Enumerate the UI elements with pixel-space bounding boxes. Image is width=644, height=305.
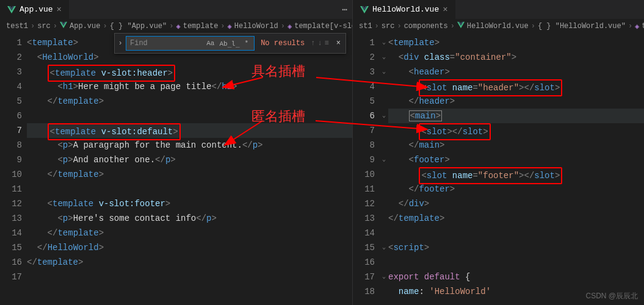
find-options: Aa Ab̲l̲ * — [204, 39, 250, 48]
code-line[interactable]: <p>A paragraph for the main content.</p> — [27, 138, 352, 152]
breadcrumb-item[interactable]: ◈template — [635, 22, 644, 31]
code-line[interactable] — [388, 226, 644, 240]
code-area[interactable]: <template> <div class="container"> <head… — [388, 33, 644, 305]
annotation-named-slot: 具名插槽 — [251, 62, 305, 81]
find-prev-icon[interactable]: ↑ — [311, 39, 315, 48]
fold-toggle[interactable]: ⌄ — [380, 35, 388, 50]
breadcrumb-item[interactable]: src — [382, 22, 395, 30]
line-number: 10 — [0, 167, 27, 182]
code-line[interactable]: <div class="container"> — [388, 50, 644, 65]
find-expand-handle[interactable]: › — [115, 39, 126, 48]
line-number: 11 — [353, 182, 380, 196]
line-number: 13 — [353, 211, 380, 226]
line-number: 2 — [0, 50, 27, 65]
regex-toggle[interactable]: * — [243, 39, 251, 48]
fold-column[interactable]: ⌄⌄⌄⌄⌄⌄⌄ — [380, 33, 388, 305]
breadcrumb-item[interactable]: ◈HelloWorld — [228, 22, 278, 31]
code-line[interactable] — [27, 182, 352, 196]
code-line[interactable]: export default { — [388, 270, 644, 284]
find-close-icon[interactable]: × — [331, 39, 346, 48]
code-line[interactable]: </template> — [27, 226, 352, 240]
code-line[interactable]: <template> — [388, 35, 644, 50]
find-placeholder: Find — [130, 39, 204, 48]
breadcrumb-item[interactable]: st1 — [359, 22, 372, 30]
breadcrumb-icon: ◈ — [288, 22, 292, 31]
breadcrumb-item[interactable]: App.vue — [60, 21, 100, 31]
code-line[interactable]: <footer> — [388, 152, 644, 167]
breadcrumb-item[interactable]: ◈template[v-slot:default] — [288, 22, 352, 31]
tab-helloworld-vue[interactable]: HelloWorld.vue × — [353, 0, 455, 19]
code-line[interactable]: </HelloWorld> — [27, 240, 352, 255]
code-line[interactable]: <script> — [388, 240, 644, 255]
breadcrumb-item[interactable]: { } "App.vue" — [110, 22, 167, 30]
code-line[interactable]: </template> — [388, 211, 644, 226]
code-area[interactable]: 具名插槽 匿名插槽 <template> <HelloWorld> <templ… — [27, 33, 352, 305]
breadcrumb-icon — [60, 21, 67, 31]
more-icon[interactable]: ⋯ — [342, 4, 347, 15]
breadcrumb-item[interactable]: components — [404, 22, 448, 30]
editor-right[interactable]: 123456789101112131415161718 ⌄⌄⌄⌄⌄⌄⌄ <tem… — [353, 33, 644, 305]
line-number: 16 — [0, 255, 27, 270]
line-number: 5 — [0, 94, 27, 109]
line-number: 2 — [353, 50, 380, 65]
fold-toggle — [380, 196, 388, 211]
line-number: 10 — [353, 167, 380, 182]
fold-toggle[interactable]: ⌄ — [380, 270, 388, 284]
fold-toggle[interactable]: ⌄ — [380, 65, 388, 79]
line-number: 12 — [353, 196, 380, 211]
find-input[interactable]: Find Aa Ab̲l̲ * — [126, 36, 255, 51]
code-line[interactable]: <header> — [388, 65, 644, 79]
code-line[interactable] — [27, 270, 352, 284]
breadcrumb-icon: ◈ — [635, 22, 639, 31]
line-gutter: 123456789101112131415161718 — [353, 33, 380, 305]
fold-toggle — [380, 138, 388, 152]
fold-toggle — [380, 211, 388, 226]
vue-icon — [360, 5, 369, 14]
code-line[interactable]: </div> — [388, 196, 644, 211]
find-widget[interactable]: › Find Aa Ab̲l̲ * No results ↑ ↓ ≡ × — [114, 33, 346, 54]
tab-close-icon[interactable]: × — [443, 5, 447, 15]
code-line[interactable]: <slot name="header"></slot> — [388, 79, 644, 94]
breadcrumb-right[interactable]: st1›src›components›HelloWorld.vue›{ } "H… — [353, 20, 644, 33]
breadcrumb-icon — [457, 21, 465, 31]
code-line[interactable]: </template> — [27, 167, 352, 182]
breadcrumb-item[interactable]: test1 — [6, 22, 28, 30]
editor-left[interactable]: 1234567891011121314151617 具名插槽 匿名插槽 <tem… — [0, 33, 352, 305]
code-line[interactable]: <p>And another one.</p> — [27, 152, 352, 167]
fold-toggle[interactable]: ⌄ — [380, 50, 388, 65]
breadcrumb-left[interactable]: test1›src›App.vue›{ } "App.vue"›◈templat… — [0, 20, 352, 33]
breadcrumb-item[interactable]: ◈template — [176, 22, 218, 31]
fold-toggle — [380, 284, 388, 299]
code-line[interactable]: </template> — [27, 94, 352, 109]
line-number: 4 — [353, 79, 380, 94]
find-result-count: No results — [257, 39, 308, 48]
code-line[interactable]: <slot></slot> — [388, 123, 644, 138]
breadcrumb-item[interactable]: src — [37, 22, 51, 30]
fold-toggle[interactable]: ⌄ — [380, 240, 388, 255]
fold-toggle — [380, 182, 388, 196]
code-line[interactable]: <slot name="footer"></slot> — [388, 167, 644, 182]
match-case-toggle[interactable]: Aa — [204, 39, 216, 48]
code-line[interactable]: <p>Here's some contact info</p> — [27, 211, 352, 226]
code-line[interactable] — [388, 255, 644, 270]
whole-word-toggle[interactable]: Ab̲l̲ — [217, 39, 241, 48]
line-number: 6 — [353, 109, 380, 123]
code-line[interactable]: </template> — [27, 255, 352, 270]
find-next-icon[interactable]: ↓ — [317, 39, 322, 48]
fold-toggle — [380, 94, 388, 109]
line-number: 7 — [0, 123, 27, 138]
breadcrumb-item[interactable]: { } "HelloWorld.vue" — [538, 22, 626, 30]
tab-app-vue[interactable]: App.vue × — [0, 0, 69, 19]
tab-actions[interactable]: ⋯ — [342, 0, 352, 19]
line-number: 8 — [0, 138, 27, 152]
code-line[interactable]: <template v-slot:footer> — [27, 196, 352, 211]
fold-toggle[interactable]: ⌄ — [380, 152, 388, 167]
tab-close-icon[interactable]: × — [57, 5, 62, 15]
code-line[interactable]: <main> — [388, 109, 644, 123]
find-selection-icon[interactable]: ≡ — [325, 39, 329, 48]
fold-toggle[interactable]: ⌄ — [380, 109, 388, 123]
breadcrumb-item[interactable]: HelloWorld.vue — [457, 21, 529, 31]
line-number: 15 — [353, 240, 380, 255]
code-line[interactable]: </main> — [388, 138, 644, 152]
code-line[interactable]: <h1>Here might be a page title</h1> — [27, 79, 352, 94]
